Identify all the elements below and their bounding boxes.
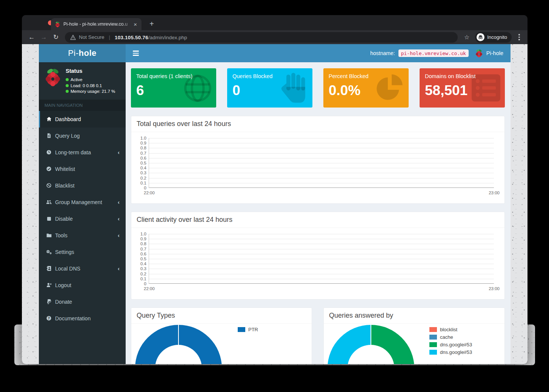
chevron-left-icon: ‹ [118,149,120,155]
sidebar-item-tools[interactable]: Tools ‹ [39,227,126,244]
back-icon[interactable]: ← [26,32,37,43]
legend-item[interactable]: dns.google#53 [429,348,472,356]
legend-swatch [429,327,437,332]
sidebar-toggle-icon[interactable] [128,44,143,62]
sidebar-item-dashboard[interactable]: Dashboard [39,111,126,128]
user-logout-icon [46,283,52,287]
top-navbar: hostname: pi-hole.vmreview.co.uk [126,44,511,62]
sidebar-item-blacklist[interactable]: Blacklist [39,177,126,194]
browser-menu-icon[interactable] [515,34,523,40]
total-queries-line-chart: 1.00.90.80.70.60.50.40.30.20.10 22:00 23… [135,138,494,195]
sidebar-item-query-log[interactable]: Query Log [39,128,126,144]
status-title: Status [66,68,115,74]
panel-title: Queries answered by [329,312,393,319]
sidebar-item-logout[interactable]: Logout [39,277,126,294]
card-queries-blocked: Queries Blocked 0 [227,68,312,108]
donut-hole [348,345,394,364]
y-axis-labels: 1.00.90.80.70.60.50.40.30.20.10 [135,232,146,286]
sidebar-item-group-management[interactable]: Group Management ‹ [39,194,126,211]
legend-item[interactable]: dns.google#53 [429,341,472,348]
legend-item[interactable]: blocklist [429,326,472,333]
y-axis-labels: 1.00.90.80.70.60.50.40.30.20.10 [135,136,146,190]
browser-tabstrip: Pi-hole - pi-hole.vmreview.co.u × + [22,15,527,30]
sidebar-item-settings[interactable]: Settings [39,244,126,260]
tab-close-icon[interactable]: × [133,22,138,27]
address-book-icon [46,266,52,271]
panel-title: Total queries over last 24 hours [137,120,231,128]
clock-icon [46,150,52,155]
pihole-logo-icon [475,49,483,58]
check-circle-icon [46,166,52,171]
gears-icon [46,249,52,254]
hostname-label: hostname: [370,50,395,56]
legend-swatch [429,350,437,355]
donut-hole [155,345,202,364]
sidebar-item-long-term-data[interactable]: Long-term data ‹ [39,144,126,161]
panel-title: Query Types [137,312,175,319]
query-types-legend: PTR [238,326,258,333]
url-host: 103.105.50.76 [115,35,148,40]
file-icon [46,133,52,138]
status-panel: Status Active Load: 0 0.08 0.1 Memory us… [39,62,126,100]
svg-text:?: ? [48,317,50,320]
users-icon [46,200,52,204]
queries-blocked-value: 0 [232,83,307,98]
legend-item[interactable]: PTR [238,326,258,333]
status-dot [66,84,69,87]
not-secure-warning-icon [70,35,76,40]
incognito-label: Incognito [487,34,507,40]
status-dot [66,78,69,81]
app-header: Pi-hole hostname: pi-hole.vmreview.co.uk [39,44,511,62]
sidebar-item-documentation[interactable]: ? Documentation [39,310,126,327]
pihole-sidebar-logo [45,67,61,87]
legend-swatch [429,335,437,340]
page-viewport: Pi-hole hostname: pi-hole.vmreview.co.uk [22,44,527,364]
brand-logo[interactable]: Pi-hole [39,44,126,62]
omnibox-separator: | [108,34,112,40]
chevron-left-icon: ‹ [118,265,120,272]
account-menu[interactable]: Pi-hole [486,50,503,56]
bookmark-star-icon[interactable]: ☆ [461,34,472,41]
status-active: Active [71,77,82,82]
x-axis-labels: 22:00 23:00 [149,286,494,291]
nav-section-label: MAIN NAVIGATION [39,100,126,111]
x-axis-labels: 22:00 23:00 [149,191,494,195]
forward-icon[interactable]: → [38,32,49,43]
browser-toolbar: ← → ↻ Not Secure | 103.105.50.76/admin/i… [22,30,527,44]
main-content: Total queries (1 clients) 6 Queries Bloc… [126,62,511,364]
new-tab-button[interactable]: + [146,19,157,29]
queries-answered-donut [328,325,414,364]
sidebar-item-disable[interactable]: Disable ‹ [39,211,126,227]
reload-icon[interactable]: ↻ [51,32,61,43]
hostname-value: pi-hole.vmreview.co.uk [398,49,469,57]
panel-query-types: Query Types PTR [131,307,312,364]
security-label: Not Secure [79,34,105,40]
card-percent-blocked: Percent Blocked 0.0% [323,68,409,108]
url-path: /admin/index.php [148,35,187,40]
chevron-left-icon: ‹ [118,199,120,205]
queries-answered-legend: blocklist cache dns.google#53 dns.g [429,326,472,356]
total-queries-value: 6 [136,83,211,98]
sidebar: Status Active Load: 0 0.08 0.1 Memory us… [39,62,126,364]
panel-title: Client activity over last 24 hours [137,216,232,223]
status-memory: Memory usage: 21.7 % [71,89,115,94]
card-domains-blocklist: Domains on Blocklist 58,501 [420,68,505,108]
panel-queries-answered-by: Queries answered by blocklist cache [323,307,505,364]
brand-bold: hole [79,48,97,58]
plot-area [149,138,494,188]
address-bar[interactable]: Not Secure | 103.105.50.76/admin/index.p… [65,32,458,43]
plot-area [149,234,494,284]
pihole-favicon [55,21,60,28]
browser-window: Pi-hole - pi-hole.vmreview.co.u × + ← → … [22,15,527,364]
sidebar-item-donate[interactable]: Donate [39,294,126,310]
chevron-left-icon: ‹ [118,215,120,222]
sidebar-item-local-dns[interactable]: Local DNS ‹ [39,260,126,277]
status-dot [66,90,69,93]
chevron-left-icon: ‹ [118,232,120,238]
ban-icon [46,183,52,188]
sidebar-item-whitelist[interactable]: Whitelist [39,161,126,177]
legend-item[interactable]: cache [429,333,472,341]
folder-icon [46,233,52,238]
legend-swatch [238,327,245,332]
browser-tab[interactable]: Pi-hole - pi-hole.vmreview.co.u × [51,18,141,30]
